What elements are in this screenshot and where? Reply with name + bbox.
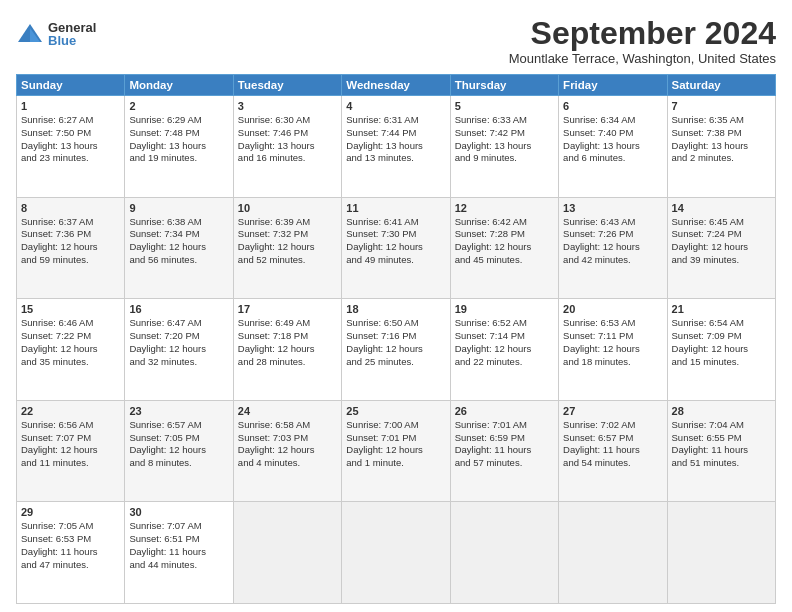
daylight: Daylight: 12 hours	[346, 241, 423, 252]
sunset: Sunset: 7:11 PM	[563, 330, 633, 341]
sunrise: Sunrise: 6:31 AM	[346, 114, 418, 125]
day-number: 29	[21, 505, 120, 520]
week-row-3: 15Sunrise: 6:46 AMSunset: 7:22 PMDayligh…	[17, 299, 776, 401]
day-cell-2: 2Sunrise: 6:29 AMSunset: 7:48 PMDaylight…	[125, 96, 233, 198]
daylight: Daylight: 13 hours	[563, 140, 640, 151]
daylight: Daylight: 11 hours	[129, 546, 206, 557]
daylight-minutes: and 22 minutes.	[455, 356, 523, 367]
sunrise: Sunrise: 7:04 AM	[672, 419, 744, 430]
daylight: Daylight: 13 hours	[129, 140, 206, 151]
sunset: Sunset: 7:38 PM	[672, 127, 742, 138]
sunset: Sunset: 7:48 PM	[129, 127, 199, 138]
daylight-minutes: and 16 minutes.	[238, 152, 306, 163]
logo: General Blue	[16, 20, 96, 48]
sunrise: Sunrise: 6:50 AM	[346, 317, 418, 328]
sunset: Sunset: 7:07 PM	[21, 432, 91, 443]
daylight-minutes: and 56 minutes.	[129, 254, 197, 265]
day-cell-5: 5Sunrise: 6:33 AMSunset: 7:42 PMDaylight…	[450, 96, 558, 198]
day-cell-23: 23Sunrise: 6:57 AMSunset: 7:05 PMDayligh…	[125, 400, 233, 502]
day-number: 30	[129, 505, 228, 520]
calendar-table: SundayMondayTuesdayWednesdayThursdayFrid…	[16, 74, 776, 604]
daylight: Daylight: 12 hours	[21, 444, 98, 455]
day-number: 20	[563, 302, 662, 317]
day-cell-9: 9Sunrise: 6:38 AMSunset: 7:34 PMDaylight…	[125, 197, 233, 299]
day-number: 12	[455, 201, 554, 216]
header-day-tuesday: Tuesday	[233, 75, 341, 96]
daylight: Daylight: 12 hours	[346, 343, 423, 354]
sunrise: Sunrise: 6:54 AM	[672, 317, 744, 328]
daylight-minutes: and 18 minutes.	[563, 356, 631, 367]
title-block: September 2024 Mountlake Terrace, Washin…	[509, 16, 776, 66]
day-cell-21: 21Sunrise: 6:54 AMSunset: 7:09 PMDayligh…	[667, 299, 775, 401]
day-number: 11	[346, 201, 445, 216]
sunset: Sunset: 7:28 PM	[455, 228, 525, 239]
sunset: Sunset: 7:09 PM	[672, 330, 742, 341]
daylight: Daylight: 12 hours	[21, 241, 98, 252]
header-day-thursday: Thursday	[450, 75, 558, 96]
sunset: Sunset: 6:53 PM	[21, 533, 91, 544]
sunrise: Sunrise: 6:57 AM	[129, 419, 201, 430]
day-cell-16: 16Sunrise: 6:47 AMSunset: 7:20 PMDayligh…	[125, 299, 233, 401]
daylight-minutes: and 9 minutes.	[455, 152, 517, 163]
day-cell-27: 27Sunrise: 7:02 AMSunset: 6:57 PMDayligh…	[559, 400, 667, 502]
week-row-1: 1Sunrise: 6:27 AMSunset: 7:50 PMDaylight…	[17, 96, 776, 198]
daylight-minutes: and 15 minutes.	[672, 356, 740, 367]
day-cell-13: 13Sunrise: 6:43 AMSunset: 7:26 PMDayligh…	[559, 197, 667, 299]
week-row-4: 22Sunrise: 6:56 AMSunset: 7:07 PMDayligh…	[17, 400, 776, 502]
sunrise: Sunrise: 6:27 AM	[21, 114, 93, 125]
location-subtitle: Mountlake Terrace, Washington, United St…	[509, 51, 776, 66]
day-number: 10	[238, 201, 337, 216]
daylight-minutes: and 35 minutes.	[21, 356, 89, 367]
sunrise: Sunrise: 7:05 AM	[21, 520, 93, 531]
sunrise: Sunrise: 6:35 AM	[672, 114, 744, 125]
daylight: Daylight: 13 hours	[238, 140, 315, 151]
day-cell-24: 24Sunrise: 6:58 AMSunset: 7:03 PMDayligh…	[233, 400, 341, 502]
daylight-minutes: and 11 minutes.	[21, 457, 89, 468]
daylight-minutes: and 51 minutes.	[672, 457, 740, 468]
day-number: 17	[238, 302, 337, 317]
daylight-minutes: and 59 minutes.	[21, 254, 89, 265]
daylight: Daylight: 13 hours	[672, 140, 749, 151]
month-title: September 2024	[509, 16, 776, 51]
daylight-minutes: and 19 minutes.	[129, 152, 197, 163]
week-row-5: 29Sunrise: 7:05 AMSunset: 6:53 PMDayligh…	[17, 502, 776, 604]
daylight-minutes: and 45 minutes.	[455, 254, 523, 265]
header-day-monday: Monday	[125, 75, 233, 96]
day-cell-18: 18Sunrise: 6:50 AMSunset: 7:16 PMDayligh…	[342, 299, 450, 401]
day-cell-4: 4Sunrise: 6:31 AMSunset: 7:44 PMDaylight…	[342, 96, 450, 198]
daylight: Daylight: 12 hours	[455, 343, 532, 354]
daylight-minutes: and 54 minutes.	[563, 457, 631, 468]
day-number: 26	[455, 404, 554, 419]
empty-cell	[342, 502, 450, 604]
empty-cell	[450, 502, 558, 604]
sunset: Sunset: 7:32 PM	[238, 228, 308, 239]
day-cell-15: 15Sunrise: 6:46 AMSunset: 7:22 PMDayligh…	[17, 299, 125, 401]
daylight-minutes: and 8 minutes.	[129, 457, 191, 468]
sunset: Sunset: 7:46 PM	[238, 127, 308, 138]
daylight: Daylight: 11 hours	[455, 444, 532, 455]
svg-marker-1	[30, 28, 40, 42]
daylight: Daylight: 12 hours	[672, 343, 749, 354]
day-cell-17: 17Sunrise: 6:49 AMSunset: 7:18 PMDayligh…	[233, 299, 341, 401]
day-cell-3: 3Sunrise: 6:30 AMSunset: 7:46 PMDaylight…	[233, 96, 341, 198]
sunset: Sunset: 7:44 PM	[346, 127, 416, 138]
sunrise: Sunrise: 6:41 AM	[346, 216, 418, 227]
sunset: Sunset: 7:26 PM	[563, 228, 633, 239]
day-cell-28: 28Sunrise: 7:04 AMSunset: 6:55 PMDayligh…	[667, 400, 775, 502]
sunrise: Sunrise: 6:30 AM	[238, 114, 310, 125]
header-day-sunday: Sunday	[17, 75, 125, 96]
sunset: Sunset: 7:30 PM	[346, 228, 416, 239]
page: General Blue September 2024 Mountlake Te…	[0, 0, 792, 612]
sunrise: Sunrise: 6:38 AM	[129, 216, 201, 227]
day-number: 9	[129, 201, 228, 216]
sunrise: Sunrise: 6:49 AM	[238, 317, 310, 328]
day-cell-6: 6Sunrise: 6:34 AMSunset: 7:40 PMDaylight…	[559, 96, 667, 198]
sunset: Sunset: 7:50 PM	[21, 127, 91, 138]
day-number: 25	[346, 404, 445, 419]
day-number: 24	[238, 404, 337, 419]
calendar-body: 1Sunrise: 6:27 AMSunset: 7:50 PMDaylight…	[17, 96, 776, 604]
daylight: Daylight: 12 hours	[21, 343, 98, 354]
daylight-minutes: and 42 minutes.	[563, 254, 631, 265]
day-number: 27	[563, 404, 662, 419]
sunrise: Sunrise: 6:52 AM	[455, 317, 527, 328]
